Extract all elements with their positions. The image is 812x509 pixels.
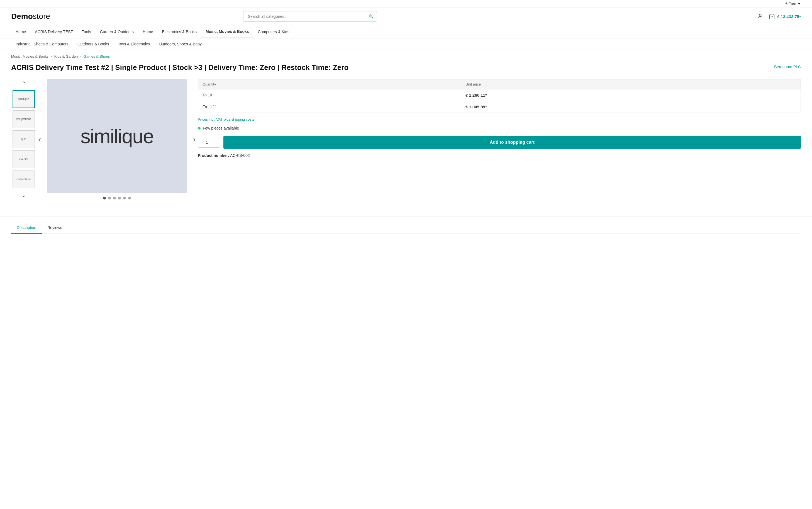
price-table-price-header: Unit price [461, 79, 801, 89]
primary-nav: Home ACRIS Delivery TEST Tools Garden & … [0, 25, 812, 38]
svg-point-0 [759, 14, 761, 16]
site-header: Demostore 🔍 € 13.433,75* [0, 8, 812, 25]
thumb-2[interactable]: voluptatibus [12, 110, 35, 128]
dot-2[interactable] [108, 197, 111, 200]
product-info: Quantity Unit price To 10 € 1.260,11* Fr… [198, 79, 801, 200]
product-tabs: Description Reviews [0, 216, 812, 234]
image-dots [47, 197, 187, 200]
nav-item-toys[interactable]: Toys & Electronics [114, 38, 154, 49]
quantity-input[interactable] [198, 137, 220, 148]
main-image: similique [47, 79, 187, 193]
stock-label: Few pieces available [203, 126, 239, 130]
dot-1[interactable] [103, 197, 106, 200]
logo-bold: Demo [11, 12, 33, 21]
price-row-1: To 10 € 1.260,11* [198, 89, 801, 101]
cart-button[interactable]: € 13.433,75* [769, 13, 801, 20]
dot-5[interactable] [123, 197, 126, 200]
nav-item-electronics[interactable]: Electronics & Books [157, 26, 201, 38]
price-table-qty-header: Quantity [198, 79, 461, 89]
cart-icon [769, 13, 775, 20]
nav-item-tools[interactable]: Tools [77, 26, 96, 38]
main-image-text: similique [80, 125, 153, 148]
nav-item-acris[interactable]: ACRIS Delivery TEST [30, 26, 77, 38]
thumb-prev-button[interactable]: ⌃ [20, 79, 27, 88]
product-title: ACRIS Delivery Time Test #2 | Single Pro… [11, 63, 349, 72]
breadcrumb-sep-2: › [80, 54, 81, 59]
thumb-next-button[interactable]: ⌄ [20, 191, 27, 200]
thumb-4[interactable]: eveniet [12, 150, 35, 168]
nav-item-home[interactable]: Home [11, 26, 30, 38]
breadcrumb-current: Games & Shoes [83, 54, 110, 59]
price-qty-2: From 11 [198, 101, 461, 112]
tab-description[interactable]: Description [11, 222, 42, 234]
secondary-nav: Industrial, Shoes & Computers Outdoors &… [0, 38, 812, 50]
currency-chevron-icon: ▼ [797, 2, 801, 6]
currency-selector[interactable]: € Euro ▼ [785, 2, 801, 6]
dot-4[interactable] [118, 197, 121, 200]
top-bar: € Euro ▼ [0, 0, 812, 8]
breadcrumb-kids[interactable]: Kids & Garden [54, 54, 78, 59]
dot-6[interactable] [128, 197, 131, 200]
product-main: ⌃ similique voluptatibus quia eveniet co… [11, 79, 801, 200]
vat-note[interactable]: Prices incl. VAT plus shipping costs [198, 117, 801, 122]
product-container: ACRIS Delivery Time Test #2 | Single Pro… [0, 63, 812, 211]
stock-status: Few pieces available [198, 126, 801, 130]
image-prev-button[interactable]: ‹ [36, 133, 43, 146]
product-title-row: ACRIS Delivery Time Test #2 | Single Pro… [11, 63, 801, 72]
search-input[interactable] [243, 11, 377, 22]
product-brand[interactable]: Bergnaum PLC [774, 65, 801, 69]
breadcrumb-music[interactable]: Music, Movies & Books [11, 54, 48, 59]
header-right: € 13.433,75* [757, 13, 801, 20]
add-to-cart-button[interactable]: Add to shopping cart [223, 136, 801, 149]
nav-item-outdoors-books[interactable]: Outdoors & Books [73, 38, 114, 49]
main-image-container: ‹ similique › [47, 79, 187, 200]
breadcrumb-sep-1: › [51, 54, 52, 59]
stock-dot [198, 127, 201, 130]
product-number-value: ACRIS-002 [230, 153, 250, 158]
thumb-1[interactable]: similique [12, 90, 35, 108]
price-row-2: From 11 € 1.045,89* [198, 101, 801, 112]
nav-item-outdoors-baby[interactable]: Outdoors, Shoes & Baby [154, 38, 206, 49]
nav-item-music[interactable]: Music, Movies & Books [201, 25, 253, 38]
price-table: Quantity Unit price To 10 € 1.260,11* Fr… [198, 79, 801, 113]
add-to-cart-row: Add to shopping cart [198, 136, 801, 149]
search-icon[interactable]: 🔍 [369, 14, 374, 19]
thumb-3[interactable]: quia [12, 130, 35, 148]
tab-list: Description Reviews [11, 222, 801, 234]
product-number: Product number: ACRIS-002 [198, 153, 801, 158]
logo-light: store [33, 12, 50, 21]
dot-3[interactable] [113, 197, 116, 200]
breadcrumb: Music, Movies & Books › Kids & Garden › … [0, 50, 812, 63]
search-bar: 🔍 [243, 11, 377, 22]
thumbnail-rail: ⌃ similique voluptatibus quia eveniet co… [11, 79, 36, 200]
nav-item-garden[interactable]: Garden & Outdoors [96, 26, 138, 38]
image-next-button[interactable]: › [191, 133, 198, 146]
thumb-5[interactable]: consectetur [12, 170, 35, 188]
nav-item-computers[interactable]: Computers & Kids [253, 26, 294, 38]
nav-item-home2[interactable]: Home [138, 26, 157, 38]
price-val-2: € 1.045,89* [461, 101, 801, 112]
tab-reviews[interactable]: Reviews [42, 222, 68, 234]
price-qty-1: To 10 [198, 89, 461, 101]
account-icon[interactable] [757, 13, 763, 20]
nav-item-industrial[interactable]: Industrial, Shoes & Computers [11, 38, 73, 49]
product-number-label: Product number: [198, 153, 229, 158]
price-val-1: € 1.260,11* [461, 89, 801, 101]
cart-price: € 13.433,75* [777, 14, 801, 19]
site-logo[interactable]: Demostore [11, 12, 50, 21]
currency-label: € Euro [785, 2, 796, 6]
